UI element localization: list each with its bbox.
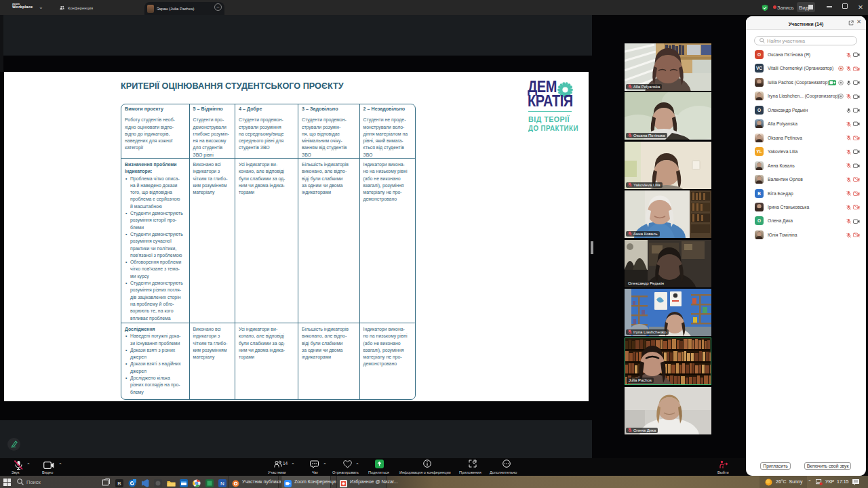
- svg-text:B: B: [117, 481, 121, 487]
- svg-text:N: N: [220, 481, 224, 487]
